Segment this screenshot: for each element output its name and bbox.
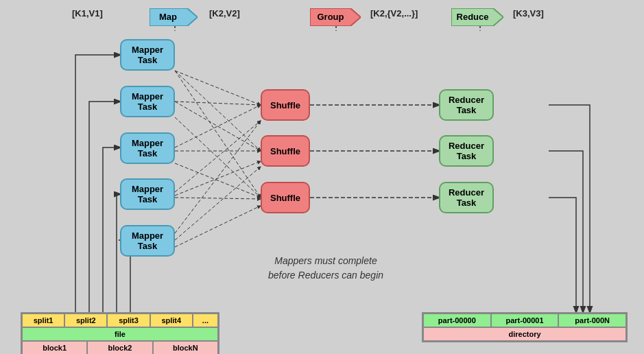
k2v2group-label: [K2,{V2,...}] xyxy=(370,8,418,19)
svg-line-3 xyxy=(175,71,261,105)
group-arrow: Group xyxy=(310,8,361,26)
part0-cell: part-00000 xyxy=(423,314,491,327)
svg-line-7 xyxy=(175,102,261,151)
block2-cell: block2 xyxy=(87,341,152,354)
reduce-arrow: Reduce xyxy=(451,8,503,26)
reducer-task-1: Reducer Task xyxy=(439,89,494,121)
partN-cell: part-000N xyxy=(558,314,626,327)
svg-text:Group: Group xyxy=(318,12,344,22)
shuffle-2: Shuffle xyxy=(261,135,310,167)
svg-text:Map: Map xyxy=(159,12,177,22)
split4-cell: split4 xyxy=(150,314,193,327)
directory-table: part-00000 part-00001 part-000N director… xyxy=(422,312,628,342)
mapper-task-5: Mapper Task xyxy=(120,225,175,257)
blockN-cell: blockN xyxy=(153,341,218,354)
k2v2-label: [K2,V2] xyxy=(209,8,240,19)
mapper-task-3: Mapper Task xyxy=(120,132,175,164)
map-arrow: Map xyxy=(150,8,198,26)
svg-line-8 xyxy=(175,117,261,198)
svg-line-17 xyxy=(175,206,261,247)
mapper-task-4: Mapper Task xyxy=(120,178,175,210)
svg-line-4 xyxy=(175,71,261,151)
svg-line-12 xyxy=(175,121,261,192)
diagram-lines xyxy=(0,0,644,354)
diagram: [K1,V1] Map [K2,V2] Group [K2,{V2,...}] … xyxy=(0,0,644,354)
reducer-task-3: Reducer Task xyxy=(439,182,494,213)
svg-line-14 xyxy=(175,198,261,199)
mapper-task-2: Mapper Task xyxy=(120,86,175,117)
split-ellipsis-cell: ... xyxy=(193,314,218,327)
directory-label-cell: directory xyxy=(423,327,626,341)
svg-line-6 xyxy=(175,102,261,105)
file-label-cell: file xyxy=(22,327,218,341)
k3v3-label: [K3,V3] xyxy=(513,8,544,19)
splits-row: split1 split2 split3 split4 ... xyxy=(22,314,218,327)
file-row: file xyxy=(22,327,218,341)
file-table: split1 split2 split3 split4 ... file blo… xyxy=(21,312,219,354)
directory-row: directory xyxy=(423,327,626,341)
shuffle-1: Shuffle xyxy=(261,89,310,121)
split1-cell: split1 xyxy=(22,314,64,327)
reducer-task-2: Reducer Task xyxy=(439,135,494,167)
blocks-row: block1 block2 blockN xyxy=(22,341,218,354)
svg-line-13 xyxy=(175,161,261,196)
note-text: Mappers must complete before Reducers ca… xyxy=(267,254,384,283)
part1-cell: part-00001 xyxy=(491,314,559,327)
k1v1-label: [K1,V1] xyxy=(72,8,103,19)
svg-line-15 xyxy=(175,121,261,233)
mapper-task-1: Mapper Task xyxy=(120,39,175,71)
shuffle-3: Shuffle xyxy=(261,182,310,213)
svg-line-16 xyxy=(175,167,261,240)
block1-cell: block1 xyxy=(22,341,87,354)
parts-row: part-00000 part-00001 part-000N xyxy=(423,314,626,327)
split2-cell: split2 xyxy=(64,314,107,327)
svg-line-9 xyxy=(175,105,261,148)
split3-cell: split3 xyxy=(107,314,150,327)
svg-text:Reduce: Reduce xyxy=(457,12,489,22)
svg-line-5 xyxy=(175,71,261,198)
svg-line-11 xyxy=(175,163,261,198)
